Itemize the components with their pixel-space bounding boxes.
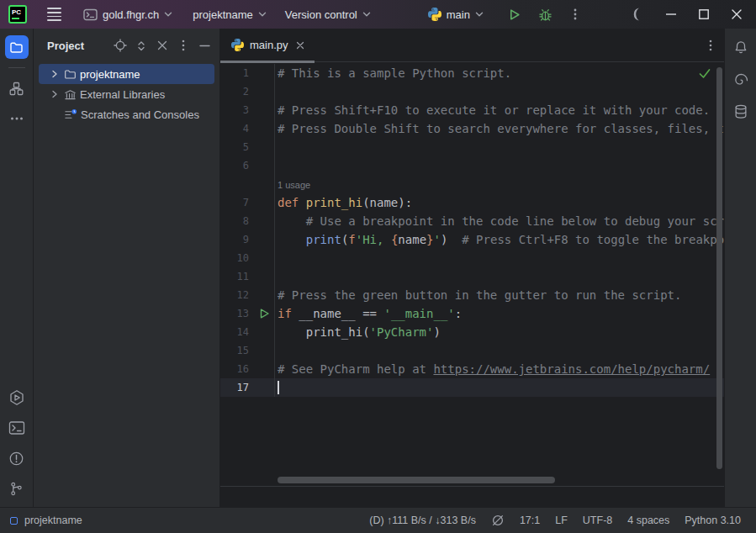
project-widget[interactable]: projektname xyxy=(186,4,273,25)
gutter-cell[interactable]: 7 xyxy=(220,193,275,212)
run-configuration-selector[interactable]: main xyxy=(421,3,490,25)
code-text[interactable] xyxy=(275,249,724,267)
code-text[interactable] xyxy=(275,138,724,156)
code-text[interactable]: print_hi('PyCharm') xyxy=(275,323,724,341)
structure-tool-button[interactable] xyxy=(5,77,29,100)
gutter-cell[interactable]: 13 xyxy=(220,304,275,323)
line-number[interactable]: 3 xyxy=(243,104,249,116)
line-number[interactable]: 2 xyxy=(243,86,249,98)
vertical-scrollbar[interactable] xyxy=(716,67,722,469)
tab-close-button[interactable] xyxy=(294,40,306,51)
terminal-tool-button[interactable] xyxy=(5,416,29,440)
line-number[interactable]: 17 xyxy=(237,382,249,393)
inspections-widget[interactable] xyxy=(699,68,711,79)
gutter-cell[interactable]: 16 xyxy=(220,360,275,378)
chevron-right-icon[interactable] xyxy=(49,68,61,80)
vcs-widget[interactable]: Version control xyxy=(278,4,378,25)
remote-host-selector[interactable]: gold.fhgr.ch xyxy=(77,4,179,25)
line-number[interactable]: 6 xyxy=(243,160,249,172)
gutter-cell[interactable]: 15 xyxy=(220,341,275,360)
gutter-cell[interactable]: 3 xyxy=(220,101,275,119)
code-text[interactable]: # Press the green button in the gutter t… xyxy=(275,286,724,304)
tree-item-projektname[interactable]: projektname xyxy=(39,64,214,84)
hide-panel-button[interactable] xyxy=(198,39,211,52)
database-button[interactable] xyxy=(732,103,750,121)
code-text[interactable]: # Use a breakpoint in the code line belo… xyxy=(275,212,724,230)
code-text[interactable]: # Press Shift+F10 to execute it or repla… xyxy=(275,101,724,119)
expand-collapse-button[interactable] xyxy=(135,39,148,52)
line-number[interactable]: 16 xyxy=(237,363,249,375)
version-control-tool-button[interactable] xyxy=(5,477,29,500)
run-line-icon[interactable] xyxy=(259,308,270,319)
indent-widget[interactable]: 4 spaces xyxy=(627,515,669,526)
panel-options-button[interactable] xyxy=(177,39,190,52)
editor-options-button[interactable] xyxy=(709,40,712,51)
gutter-cell[interactable]: 14 xyxy=(220,323,275,341)
window-maximize-button[interactable] xyxy=(691,3,716,25)
gutter-cell[interactable]: 11 xyxy=(220,267,275,286)
gutter-cell[interactable]: 9 xyxy=(220,230,275,249)
locate-file-button[interactable] xyxy=(114,39,127,52)
line-number[interactable]: 13 xyxy=(237,308,249,319)
window-crescent-button[interactable] xyxy=(626,3,651,25)
inlay-text[interactable]: 1 usage xyxy=(278,180,310,190)
gutter-cell[interactable] xyxy=(220,175,275,193)
code-text[interactable] xyxy=(275,82,724,101)
status-project-widget[interactable]: projektname xyxy=(10,515,82,526)
chevron-right-icon[interactable] xyxy=(49,88,61,100)
line-number[interactable]: 11 xyxy=(237,271,249,282)
line-number[interactable]: 4 xyxy=(243,123,249,135)
code-text[interactable] xyxy=(275,156,724,175)
highlighting-level-widget[interactable] xyxy=(491,514,505,527)
line-number[interactable]: 15 xyxy=(237,345,249,356)
gutter-cell[interactable]: 4 xyxy=(220,119,275,138)
problems-tool-button[interactable] xyxy=(5,446,29,470)
run-button[interactable] xyxy=(500,3,528,26)
debug-button[interactable] xyxy=(531,3,559,26)
line-separator-widget[interactable]: LF xyxy=(555,515,568,526)
line-number[interactable]: 7 xyxy=(243,197,249,208)
code-text[interactable]: # See PyCharm help at https://www.jetbra… xyxy=(275,360,724,378)
code-text[interactable] xyxy=(275,267,724,286)
main-menu-button[interactable] xyxy=(44,4,65,24)
code-text[interactable]: # Press Double Shift to search everywher… xyxy=(275,119,724,138)
line-number[interactable]: 1 xyxy=(243,67,249,79)
notifications-button[interactable] xyxy=(732,39,750,57)
line-number[interactable]: 5 xyxy=(243,141,249,153)
window-close-button[interactable] xyxy=(724,3,749,25)
code-text[interactable]: print(f'Hi, {name}') # Press Ctrl+F8 to … xyxy=(275,230,724,249)
gutter-cell[interactable]: 5 xyxy=(220,138,275,156)
more-actions-button[interactable] xyxy=(563,3,588,25)
code-text[interactable]: # This is a sample Python script. xyxy=(275,64,724,82)
caret-position-widget[interactable]: 17:1 xyxy=(520,515,540,526)
services-tool-button[interactable] xyxy=(5,386,29,409)
gutter-cell[interactable]: 1 xyxy=(220,64,275,82)
encoding-widget[interactable]: UTF-8 xyxy=(583,515,612,526)
project-tool-button[interactable] xyxy=(5,35,29,59)
line-number[interactable]: 8 xyxy=(243,215,249,227)
tree-item-external-libraries[interactable]: External Libraries xyxy=(39,84,214,104)
interpreter-widget[interactable]: Python 3.10 xyxy=(685,515,741,526)
usage-inlay-hint[interactable]: 1 usage xyxy=(275,175,724,193)
code-text[interactable]: def print_hi(name): xyxy=(275,193,724,212)
tab-main-py[interactable]: main.py xyxy=(220,29,315,62)
more-tool-windows-button[interactable] xyxy=(5,107,29,130)
gutter-cell[interactable]: 17 xyxy=(220,378,275,397)
code-text[interactable]: if __name__ == '__main__': xyxy=(275,304,724,323)
gutter-cell[interactable]: 10 xyxy=(220,249,275,267)
ai-assistant-button[interactable] xyxy=(732,71,750,89)
gutter-cell[interactable]: 8 xyxy=(220,212,275,230)
line-number[interactable]: 9 xyxy=(243,234,249,245)
horizontal-scrollbar[interactable] xyxy=(278,477,555,483)
tree-item-scratches[interactable]: Scratches and Consoles xyxy=(39,104,214,124)
collapse-all-button[interactable] xyxy=(156,39,169,52)
window-minimize-button[interactable] xyxy=(658,3,684,25)
code-text[interactable] xyxy=(275,378,724,397)
gutter-cell[interactable]: 12 xyxy=(220,286,275,304)
line-number[interactable]: 14 xyxy=(237,326,249,338)
line-number[interactable]: 12 xyxy=(237,289,249,301)
code-text[interactable] xyxy=(275,341,724,360)
network-transfer-widget[interactable]: (D) ↑111 B/s / ↓313 B/s xyxy=(369,515,476,526)
line-number[interactable]: 10 xyxy=(237,252,249,264)
gutter-cell[interactable]: 6 xyxy=(220,156,275,175)
